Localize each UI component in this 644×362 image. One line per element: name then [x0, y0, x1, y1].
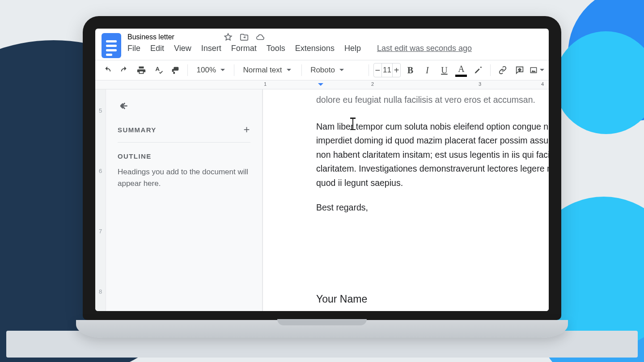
workspace: 5 6 7 8 SUMMARY + OUTLINE Headings you a… [95, 89, 549, 311]
star-icon[interactable] [223, 32, 233, 42]
indent-marker-icon[interactable] [318, 83, 323, 88]
outline-close-button[interactable] [118, 100, 250, 114]
google-docs-logo-icon[interactable] [102, 33, 121, 58]
print-button[interactable] [134, 63, 149, 78]
toolbar-separator [369, 64, 369, 76]
ruler-mark: 3 [479, 81, 481, 87]
menu-edit[interactable]: Edit [150, 44, 164, 53]
document-canvas[interactable]: dolore eu feugiat nulla facilisis at ver… [263, 89, 549, 311]
laptop-frame: File Edit View Insert Format Tools Exten… [76, 16, 568, 338]
ruler-mark: 4 [541, 81, 544, 87]
chevron-down-icon [287, 69, 291, 73]
horizontal-ruler[interactable]: 1 2 3 4 [95, 80, 549, 89]
underline-button[interactable]: U [436, 63, 452, 78]
outline-empty-text: Headings you add to the document will ap… [118, 166, 250, 189]
spellcheck-button[interactable] [151, 63, 166, 78]
font-family-select[interactable]: Roboto [306, 63, 364, 78]
toolbar: 100% Normal text Roboto − 11 + [95, 60, 549, 80]
font-size-group: − 11 + [373, 63, 401, 77]
cloud-saved-icon[interactable] [255, 32, 265, 42]
closing-line[interactable]: Best regards, [316, 201, 549, 215]
insert-link-button[interactable] [495, 63, 510, 78]
font-size-increase-button[interactable]: + [393, 65, 400, 76]
menu-view[interactable]: View [174, 44, 191, 53]
menu-file[interactable]: File [127, 44, 140, 53]
menu-help[interactable]: Help [344, 44, 361, 53]
vruler-mark: 6 [99, 168, 102, 174]
highlight-button[interactable] [470, 63, 486, 78]
toolbar-separator [187, 64, 188, 76]
zoom-select[interactable]: 100% [192, 63, 229, 78]
signature-name[interactable]: Your Name [316, 291, 549, 307]
redo-button[interactable] [117, 63, 132, 78]
toolbar-separator [234, 64, 234, 76]
document-title-input[interactable] [127, 33, 217, 41]
add-comment-button[interactable] [512, 63, 527, 78]
undo-button[interactable] [100, 63, 115, 78]
move-to-folder-icon[interactable] [239, 32, 249, 42]
ruler-mark: 1 [264, 81, 267, 87]
body-paragraph-clipped[interactable]: dolore eu feugiat nulla facilisis at ver… [316, 93, 549, 107]
document-page[interactable]: dolore eu feugiat nulla facilisis at ver… [263, 89, 549, 311]
text-color-button[interactable]: A [453, 63, 469, 78]
insert-image-button[interactable] [529, 63, 544, 78]
toolbar-separator [301, 64, 302, 76]
chevron-down-icon [540, 69, 544, 73]
chevron-down-icon [339, 69, 344, 73]
app-window: File Edit View Insert Format Tools Exten… [95, 29, 549, 311]
paint-format-button[interactable] [168, 63, 183, 78]
zoom-value: 100% [197, 66, 216, 75]
vertical-ruler[interactable]: 5 6 7 8 [95, 89, 106, 311]
last-edit-link[interactable]: Last edit was seconds ago [377, 44, 472, 53]
menu-insert[interactable]: Insert [201, 44, 221, 53]
menu-extensions[interactable]: Extensions [295, 44, 335, 53]
laptop-notch [277, 319, 367, 325]
paragraph-style-value: Normal text [243, 66, 282, 75]
vruler-mark: 7 [99, 228, 102, 235]
font-size-input[interactable]: 11 [381, 63, 393, 77]
paragraph-style-select[interactable]: Normal text [239, 63, 297, 78]
menu-bar: File Edit View Insert Format Tools Exten… [127, 44, 472, 53]
outline-heading: OUTLINE [118, 152, 250, 160]
menu-tools[interactable]: Tools [267, 44, 285, 53]
add-summary-button[interactable]: + [244, 123, 250, 136]
ruler-mark: 2 [371, 81, 374, 87]
body-paragraph[interactable]: Nam liber tempor cum soluta nobis eleife… [316, 120, 549, 190]
outline-panel: SUMMARY + OUTLINE Headings you add to th… [106, 89, 263, 311]
italic-button[interactable]: I [419, 63, 435, 78]
app-header: File Edit View Insert Format Tools Exten… [95, 29, 549, 60]
vruler-mark: 8 [99, 288, 102, 295]
chevron-down-icon [220, 69, 225, 73]
summary-heading: SUMMARY [118, 126, 157, 134]
menu-format[interactable]: Format [231, 44, 257, 53]
font-size-decrease-button[interactable]: − [374, 65, 381, 76]
bold-button[interactable]: B [402, 63, 418, 78]
toolbar-separator [490, 64, 491, 76]
vruler-mark: 5 [99, 107, 102, 114]
laptop-base [76, 320, 568, 338]
font-family-value: Roboto [310, 66, 335, 75]
